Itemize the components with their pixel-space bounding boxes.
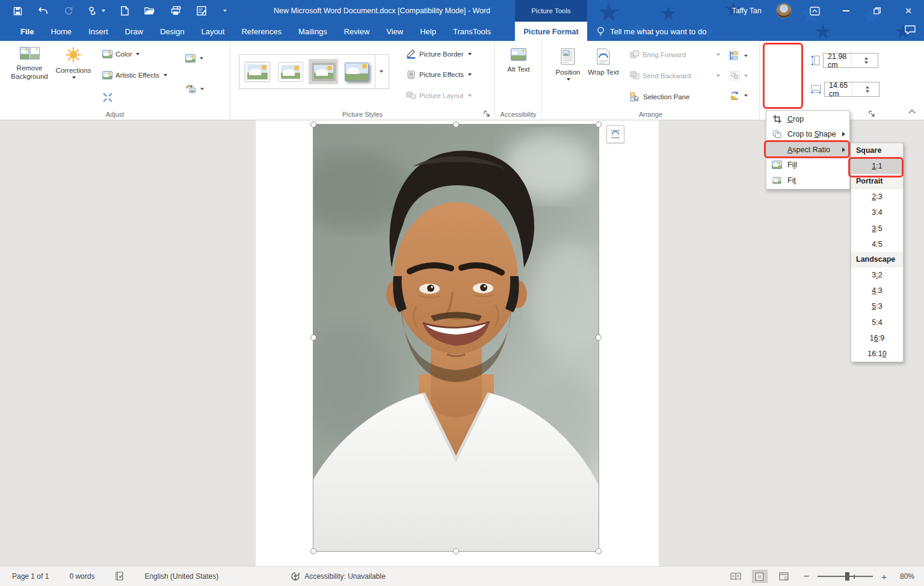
- position-button[interactable]: Position: [553, 48, 583, 81]
- quick-access-toolbar: [13, 3, 227, 19]
- tab-references[interactable]: References: [233, 22, 289, 41]
- aspect-ratio-option-4-5[interactable]: 4:5: [851, 236, 903, 252]
- tab-home[interactable]: Home: [42, 22, 80, 41]
- quick-print-icon[interactable]: [171, 6, 181, 16]
- inserted-picture[interactable]: [313, 125, 599, 551]
- height-spinner[interactable]: [851, 54, 878, 67]
- undo-icon[interactable]: [38, 7, 48, 15]
- redo-icon[interactable]: [64, 7, 73, 16]
- tab-help[interactable]: Help: [411, 22, 445, 41]
- rotate-objects-button[interactable]: [730, 91, 748, 100]
- page-indicator[interactable]: Page 1 of 1: [12, 572, 49, 581]
- aspect-ratio-option-3-5[interactable]: 3:5: [851, 221, 903, 236]
- height-value[interactable]: 21.98 cm: [824, 52, 851, 69]
- tab-design[interactable]: Design: [152, 22, 192, 41]
- picture-style-thumb[interactable]: [342, 59, 371, 84]
- zoom-in-button[interactable]: +: [881, 572, 887, 582]
- tab-insert[interactable]: Insert: [80, 22, 117, 41]
- resize-handle-middle-right[interactable]: [596, 335, 602, 341]
- zoom-level[interactable]: 80%: [900, 572, 914, 581]
- gallery-more-button[interactable]: [375, 55, 386, 88]
- resize-handle-bottom-left[interactable]: [310, 548, 316, 554]
- selection-pane-icon: [630, 92, 640, 102]
- corrections-button[interactable]: Corrections: [55, 47, 91, 79]
- layout-options-button[interactable]: [606, 125, 624, 143]
- resize-handle-bottom-right[interactable]: [596, 548, 602, 554]
- menu-item-crop[interactable]: Crop: [766, 111, 849, 127]
- width-spinner[interactable]: [852, 82, 879, 96]
- accessibility-status[interactable]: Accessibility: Unavailable: [291, 572, 386, 581]
- group-label-adjust: Adjust: [0, 111, 230, 118]
- tab-draw[interactable]: Draw: [117, 22, 152, 41]
- tab-view[interactable]: View: [378, 22, 411, 41]
- aspect-ratio-option-5-4[interactable]: 5:4: [851, 315, 903, 330]
- aspect-ratio-option-16-9[interactable]: 16:9: [851, 330, 903, 346]
- word-count[interactable]: 0 words: [69, 572, 94, 581]
- touch-mode-icon[interactable]: [88, 7, 105, 16]
- menu-item-fit[interactable]: Fit: [766, 173, 849, 188]
- tab-picture-format[interactable]: Picture Format: [515, 22, 587, 41]
- read-mode-button[interactable]: [728, 570, 744, 583]
- picture-border-button[interactable]: Picture Border: [406, 49, 472, 59]
- aspect-ratio-option-3-4[interactable]: 3:4: [851, 205, 903, 220]
- aspect-ratio-option-1-1[interactable]: 1:1: [851, 158, 903, 174]
- picture-style-thumb[interactable]: [276, 59, 305, 84]
- reset-picture-button[interactable]: [185, 84, 204, 93]
- open-icon[interactable]: [144, 7, 155, 15]
- picture-effects-button[interactable]: Picture Effects: [406, 70, 472, 79]
- resize-handle-top-center[interactable]: [453, 122, 459, 128]
- tab-file[interactable]: File: [12, 22, 42, 41]
- shape-height-field[interactable]: 21.98 cm: [811, 53, 878, 68]
- color-button[interactable]: Color: [102, 50, 140, 58]
- artistic-effects-button[interactable]: Artistic Effects: [102, 71, 167, 79]
- menu-item-fill[interactable]: Fill: [766, 158, 849, 173]
- resize-handle-top-left[interactable]: [310, 122, 316, 128]
- remove-background-button[interactable]: Remove Background: [10, 47, 49, 81]
- tell-me-box[interactable]: Tell me what you want to do: [597, 22, 706, 41]
- web-layout-button[interactable]: [776, 570, 792, 583]
- resize-handle-bottom-center[interactable]: [453, 548, 459, 554]
- wrap-text-button[interactable]: Wrap Text: [588, 48, 619, 76]
- change-picture-button[interactable]: [185, 54, 203, 63]
- alt-text-button[interactable]: Alt Text: [507, 48, 531, 73]
- proofing-icon[interactable]: [115, 572, 124, 581]
- user-name[interactable]: Taffy Tan: [732, 7, 762, 15]
- zoom-out-button[interactable]: −: [804, 571, 809, 582]
- collapse-ribbon-icon[interactable]: [908, 105, 916, 116]
- tab-transtools[interactable]: TransTools: [445, 22, 499, 41]
- compress-pictures-button[interactable]: [102, 92, 113, 103]
- user-avatar[interactable]: [776, 3, 792, 19]
- tab-layout[interactable]: Layout: [192, 22, 233, 41]
- size-dialog-launcher[interactable]: [869, 109, 877, 117]
- aspect-ratio-option-5-3[interactable]: 5:3: [851, 298, 903, 314]
- zoom-slider-thumb[interactable]: [845, 572, 849, 581]
- tab-mailings[interactable]: Mailings: [290, 22, 336, 41]
- customize-qat-icon[interactable]: [223, 10, 227, 12]
- selection-pane-button[interactable]: Selection Pane: [630, 92, 689, 102]
- aspect-ratio-option-2-3[interactable]: 2:3: [851, 189, 903, 205]
- ribbon-display-options-icon[interactable]: [806, 3, 823, 19]
- aspect-ratio-option-3-2[interactable]: 3:2: [851, 267, 903, 283]
- menu-item-crop-to-shape[interactable]: Crop to Shape: [766, 127, 849, 143]
- new-document-icon[interactable]: [121, 6, 129, 16]
- menu-item-aspect-ratio[interactable]: Aspect Ratio: [766, 142, 849, 158]
- align-objects-button[interactable]: [730, 51, 748, 60]
- language-indicator[interactable]: English (United States): [144, 572, 218, 581]
- shape-width-field[interactable]: 14.65 cm: [811, 82, 879, 97]
- aspect-ratio-option-4-3[interactable]: 4:3: [851, 283, 903, 298]
- close-button[interactable]: ×: [900, 3, 917, 19]
- restore-button[interactable]: [869, 3, 886, 19]
- print-preview-icon[interactable]: [197, 6, 206, 16]
- resize-handle-top-right[interactable]: [596, 122, 602, 128]
- ribbon-tab-row: File Home Insert Draw Design Layout Refe…: [0, 22, 924, 41]
- picture-style-thumb-selected[interactable]: [309, 59, 338, 84]
- picture-style-thumb[interactable]: [242, 59, 272, 84]
- width-value[interactable]: 14.65 cm: [825, 81, 852, 98]
- minimize-button[interactable]: [837, 3, 854, 19]
- tab-review[interactable]: Review: [336, 22, 378, 41]
- print-layout-button[interactable]: [752, 570, 768, 583]
- resize-handle-middle-left[interactable]: [310, 335, 316, 341]
- save-icon[interactable]: [13, 7, 22, 16]
- aspect-ratio-option-16-10[interactable]: 16:10: [851, 346, 903, 362]
- zoom-slider[interactable]: [818, 576, 873, 577]
